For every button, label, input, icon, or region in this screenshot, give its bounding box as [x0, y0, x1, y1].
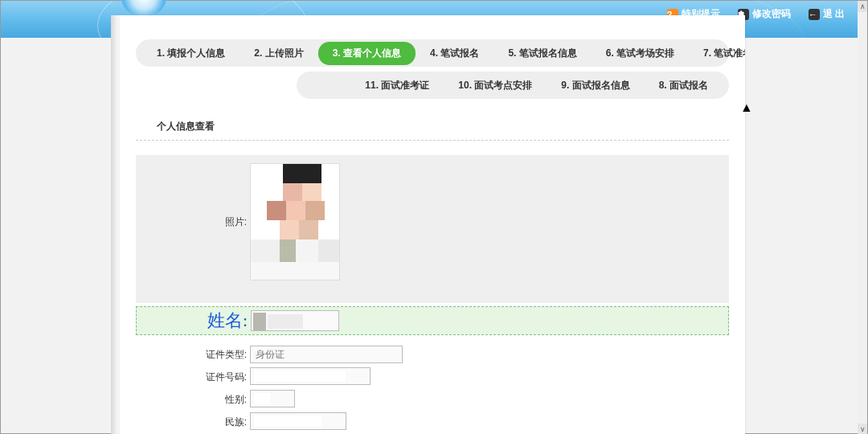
row-id-number: 证件号码: [136, 366, 729, 388]
step-8[interactable]: 8. 面试报名 [645, 74, 723, 97]
label-ethnicity: 民族: [136, 416, 247, 429]
photo-preview [250, 163, 340, 280]
link-logout-label: 退 出 [823, 7, 845, 21]
page-shadow [111, 15, 120, 434]
inner-scrollbar[interactable]: ▲ [740, 100, 753, 356]
scroll-track[interactable] [858, 12, 867, 424]
value-id-type: 身份证 [250, 346, 403, 363]
link-change-password-label: 修改密码 [752, 7, 791, 21]
value-gender [250, 390, 295, 407]
row-ethnicity: 民族: [136, 411, 729, 433]
step-11[interactable]: 11. 面试准考证 [350, 74, 444, 97]
label-gender: 性别: [136, 393, 247, 407]
link-logout[interactable]: ← 退 出 [809, 7, 845, 21]
row-gender: 性别: [136, 388, 729, 411]
step-7[interactable]: 7. 笔试准考证 [689, 42, 745, 65]
step-5[interactable]: 5. 笔试报名信息 [493, 42, 591, 65]
step-2[interactable]: 2. 上传照片 [240, 42, 317, 65]
row-photo: 照片: [136, 155, 729, 289]
label-id-type: 证件类型: [136, 348, 247, 362]
scroll-up-icon[interactable]: ▲ [740, 100, 753, 115]
row-id-type: 证件类型: 身份证 [136, 343, 729, 366]
logout-icon: ← [809, 9, 820, 20]
scroll-down-icon[interactable]: ∨ [858, 424, 867, 434]
link-change-password[interactable]: ✽ 修改密码 [738, 7, 791, 21]
value-name [251, 310, 339, 331]
row-name: 姓名: [136, 306, 729, 335]
outer-scrollbar[interactable]: ∧ ∨ [858, 1, 867, 434]
divider [136, 140, 729, 141]
section-title: 个人信息查看 [157, 120, 745, 133]
step-4[interactable]: 4. 笔试报名 [416, 42, 493, 65]
step-row-bottom: 11. 面试准考证 10. 面试考点安排 9. 面试报名信息 8. 面试报名 [297, 72, 729, 99]
step-3[interactable]: 3. 查看个人信息 [318, 42, 416, 65]
step-row-top: 1. 填报个人信息 2. 上传照片 3. 查看个人信息 4. 笔试报名 5. 笔… [136, 39, 729, 67]
value-ethnicity [250, 412, 346, 430]
content-page: 1. 填报个人信息 2. 上传照片 3. 查看个人信息 4. 笔试报名 5. 笔… [120, 15, 745, 434]
label-name: 姓名: [137, 309, 248, 333]
step-6[interactable]: 6. 笔试考场安排 [592, 42, 689, 65]
scroll-up-icon[interactable]: ∧ [858, 1, 867, 12]
step-10[interactable]: 10. 面试考点安排 [444, 74, 547, 97]
step-9[interactable]: 9. 面试报名信息 [547, 74, 644, 97]
step-nav: 1. 填报个人信息 2. 上传照片 3. 查看个人信息 4. 笔试报名 5. 笔… [136, 39, 729, 99]
value-id-number [250, 367, 371, 385]
label-id-number: 证件号码: [136, 371, 247, 384]
form-area: 照片: [136, 155, 729, 303]
details-fields: 证件类型: 身份证 证件号码: 性别: 民族: 政治面貌: [136, 343, 729, 434]
label-photo: 照片: [136, 215, 247, 229]
step-1[interactable]: 1. 填报个人信息 [142, 42, 240, 65]
